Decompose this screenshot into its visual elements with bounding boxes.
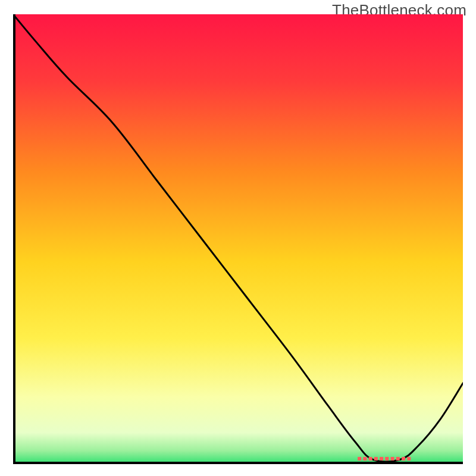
bottleneck-chart (13, 14, 463, 464)
minimum-marker-dot (380, 457, 383, 461)
minimum-marker-dot (374, 457, 378, 461)
minimum-marker-dot (396, 457, 400, 461)
minimum-marker-dot (402, 457, 405, 461)
minimum-marker-dot (369, 457, 372, 461)
minimum-marker-dot (407, 457, 411, 461)
minimum-marker-dot (363, 457, 367, 461)
gradient-background (13, 14, 463, 464)
minimum-marker-dot (358, 457, 361, 461)
chart-container: TheBottleneck.com (0, 0, 476, 476)
minimum-marker-dot (391, 457, 394, 461)
plot-area (13, 14, 463, 464)
minimum-marker-dot (385, 457, 389, 461)
